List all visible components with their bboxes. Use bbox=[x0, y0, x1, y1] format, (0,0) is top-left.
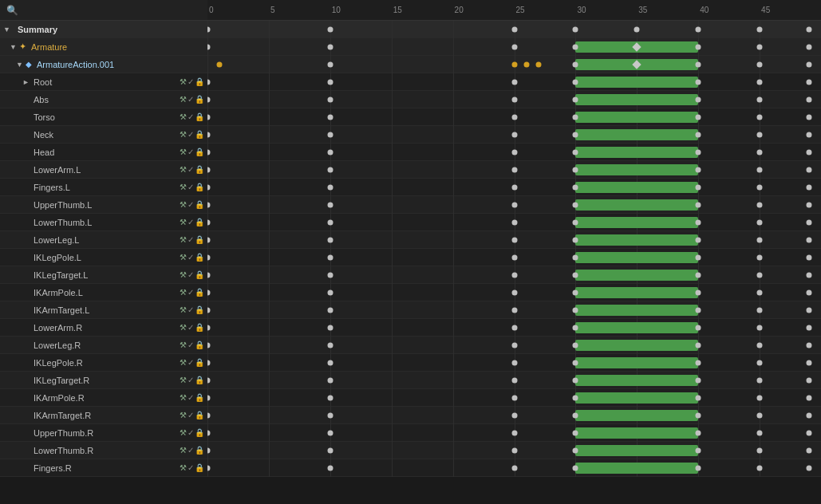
lock-icon[interactable]: 🔒 bbox=[195, 428, 204, 437]
keyframe-dot-lowerleg_l-10[interactable] bbox=[327, 237, 333, 242]
keyframe-dot-abs-40[interactable] bbox=[696, 96, 701, 102]
keyframe-dot-armature-10[interactable] bbox=[327, 44, 333, 49]
keyframe-dot-lowerthumb_r-30[interactable] bbox=[573, 447, 578, 453]
keyframe-dot-neck-25[interactable] bbox=[511, 132, 517, 137]
lock-icon[interactable]: 🔒 bbox=[195, 270, 204, 279]
keyframe-dot-upperthumb_l-49[interactable] bbox=[806, 202, 811, 207]
wrench-icon[interactable]: ⚒ bbox=[180, 411, 187, 419]
keyframe-dot-iklegtarget_l-0[interactable] bbox=[207, 272, 211, 278]
keyframe-dot-armatureaction-10[interactable] bbox=[327, 61, 333, 67]
keyframe-dot-armature-30[interactable] bbox=[573, 44, 578, 49]
keyframe-dot-armatureaction-45[interactable] bbox=[757, 61, 763, 67]
keyframe-dot-lowerthumb_r-25[interactable] bbox=[511, 447, 517, 453]
row-head[interactable]: Head⚒✓🔒 bbox=[0, 144, 821, 161]
keyframe-dot-neck-30[interactable] bbox=[573, 132, 578, 137]
keyframe-dot-iklegtarget_r-49[interactable] bbox=[806, 377, 811, 383]
row-iklegpole_l[interactable]: IKLegPole.L⚒✓🔒 bbox=[0, 249, 821, 266]
visibility-icon[interactable]: ✓ bbox=[187, 393, 194, 402]
keyframe-dot-lowerleg_r-30[interactable] bbox=[573, 342, 578, 348]
keyframe-dot-lowerarm_l-49[interactable] bbox=[806, 167, 811, 172]
keyframe-dot-iklegtarget_r-30[interactable] bbox=[573, 377, 578, 383]
keyframe-dot-iklegpole_l-49[interactable] bbox=[806, 254, 811, 260]
keyframe-dot-root-49[interactable] bbox=[806, 79, 811, 85]
keyframe-dot-iklegtarget_r-0[interactable] bbox=[207, 377, 211, 383]
keyframe-dot-fingers_r-49[interactable] bbox=[806, 465, 811, 471]
row-fingers_r[interactable]: Fingers.R⚒✓🔒 bbox=[0, 459, 821, 477]
keyframe-dot-iklegpole_r-30[interactable] bbox=[573, 360, 578, 365]
keyframe-dot-lowerthumb_l-25[interactable] bbox=[511, 219, 517, 225]
visibility-icon[interactable]: ✓ bbox=[187, 253, 194, 262]
keyframe-dot-fingers_l-10[interactable] bbox=[327, 184, 333, 190]
keyframe-dot-torso-0[interactable] bbox=[207, 114, 211, 120]
keyframe-dot-lowerarm_r-25[interactable] bbox=[511, 325, 517, 330]
keyframe-dot-ikarmpole_l-25[interactable] bbox=[511, 289, 517, 295]
keyframe-dot-lowerleg_r-0[interactable] bbox=[207, 342, 211, 348]
visibility-icon[interactable]: ✓ bbox=[187, 411, 194, 419]
keyframe-dot-upperthumb_l-30[interactable] bbox=[573, 202, 578, 207]
keyframe-dot-lowerthumb_l-40[interactable] bbox=[696, 219, 701, 225]
keyframe-dot-neck-0[interactable] bbox=[207, 132, 211, 137]
visibility-icon[interactable]: ✓ bbox=[187, 235, 194, 244]
row-fingers_l[interactable]: Fingers.L⚒✓🔒 bbox=[0, 179, 821, 196]
keyframe-dot-iklegtarget_l-10[interactable] bbox=[327, 272, 333, 278]
keyframe-dot-neck-40[interactable] bbox=[696, 132, 701, 137]
keyframe-dot-ikarmpole_l-0[interactable] bbox=[207, 289, 211, 295]
row-iklegtarget_r[interactable]: IKLegTarget.R⚒✓🔒 bbox=[0, 372, 821, 389]
keyframe-dot-iklegpole_r-49[interactable] bbox=[806, 360, 811, 365]
keyframe-dot-summary-0[interactable] bbox=[207, 26, 211, 32]
keyframe-dot-torso-10[interactable] bbox=[327, 114, 333, 120]
keyframe-dot-fingers_l-45[interactable] bbox=[757, 184, 763, 190]
wrench-icon[interactable]: ⚒ bbox=[180, 446, 187, 455]
wrench-icon[interactable]: ⚒ bbox=[180, 218, 187, 226]
keyframe-dot-summary-49[interactable] bbox=[806, 26, 811, 32]
row-torso[interactable]: Torso⚒✓🔒 bbox=[0, 108, 821, 126]
visibility-icon[interactable]: ✓ bbox=[187, 305, 194, 314]
keyframe-dot-head-45[interactable] bbox=[757, 149, 763, 155]
keyframe-dot-iklegpole_l-40[interactable] bbox=[696, 254, 701, 260]
keyframe-dot-head-49[interactable] bbox=[806, 149, 811, 155]
keyframe-dot-ikarmtarget_l-49[interactable] bbox=[806, 307, 811, 313]
row-ikarmpole_l[interactable]: IKArmPole.L⚒✓🔒 bbox=[0, 284, 821, 301]
wrench-icon[interactable]: ⚒ bbox=[180, 77, 187, 86]
keyframe-dot-iklegtarget_l-40[interactable] bbox=[696, 272, 701, 278]
keyframe-dot-upperthumb_r-49[interactable] bbox=[806, 430, 811, 435]
keyframe-dot-armature-40[interactable] bbox=[696, 44, 701, 49]
row-upperthumb_l[interactable]: UpperThumb.L⚒✓🔒 bbox=[0, 196, 821, 214]
row-lowerthumb_r[interactable]: LowerThumb.R⚒✓🔒 bbox=[0, 442, 821, 459]
keyframe-dot-iklegpole_r-40[interactable] bbox=[696, 360, 701, 365]
keyframe-dot-iklegpole_r-25[interactable] bbox=[511, 360, 517, 365]
keyframe-dot-lowerarm_l-0[interactable] bbox=[207, 167, 211, 172]
keyframe-dot-fingers_r-45[interactable] bbox=[757, 465, 763, 471]
keyframe-dot-summary-35[interactable] bbox=[634, 26, 640, 32]
keyframe-dot-armature-0[interactable] bbox=[207, 44, 211, 49]
lock-icon[interactable]: 🔒 bbox=[195, 376, 204, 384]
keyframe-dot-lowerarm_l-30[interactable] bbox=[573, 167, 578, 172]
keyframe-dot-lowerarm_l-25[interactable] bbox=[511, 167, 517, 172]
row-lowerleg_l[interactable]: LowerLeg.L⚒✓🔒 bbox=[0, 231, 821, 249]
keyframe-dot-abs-25[interactable] bbox=[511, 96, 517, 102]
keyframe-dot-ikarmpole_l-40[interactable] bbox=[696, 289, 701, 295]
keyframe-dot-lowerarm_l-40[interactable] bbox=[696, 167, 701, 172]
lock-icon[interactable]: 🔒 bbox=[195, 235, 204, 244]
keyframe-dot-ikarmtarget_r-25[interactable] bbox=[511, 412, 517, 418]
keyframe-dot-iklegpole_l-45[interactable] bbox=[757, 254, 763, 260]
keyframe-dot-abs-45[interactable] bbox=[757, 96, 763, 102]
keyframe-dot-lowerthumb_l-45[interactable] bbox=[757, 219, 763, 225]
visibility-icon[interactable]: ✓ bbox=[187, 376, 194, 384]
keyframe-dot-iklegtarget_r-40[interactable] bbox=[696, 377, 701, 383]
expand-arrow-armatureaction[interactable]: ▼ bbox=[16, 61, 26, 69]
keyframe-dot-ikarmtarget_l-30[interactable] bbox=[573, 307, 578, 313]
row-abs[interactable]: Abs⚒✓🔒 bbox=[0, 91, 821, 108]
keyframe-dot-iklegpole_r-0[interactable] bbox=[207, 360, 211, 365]
keyframe-dot-lowerthumb_l-49[interactable] bbox=[806, 219, 811, 225]
keyframe-dot-ikarmtarget_r-49[interactable] bbox=[806, 412, 811, 418]
keyframe-dot-iklegtarget_l-45[interactable] bbox=[757, 272, 763, 278]
row-neck[interactable]: Neck⚒✓🔒 bbox=[0, 126, 821, 144]
keyframe-dot-iklegpole_r-10[interactable] bbox=[327, 360, 333, 365]
keyframe-dot-lowerarm_r-0[interactable] bbox=[207, 325, 211, 330]
keyframe-dot-iklegpole_l-10[interactable] bbox=[327, 254, 333, 260]
keyframe-dot-lowerthumb_r-49[interactable] bbox=[806, 447, 811, 453]
lock-icon[interactable]: 🔒 bbox=[195, 200, 204, 209]
lock-icon[interactable]: 🔒 bbox=[195, 148, 204, 156]
lock-icon[interactable]: 🔒 bbox=[195, 95, 204, 104]
